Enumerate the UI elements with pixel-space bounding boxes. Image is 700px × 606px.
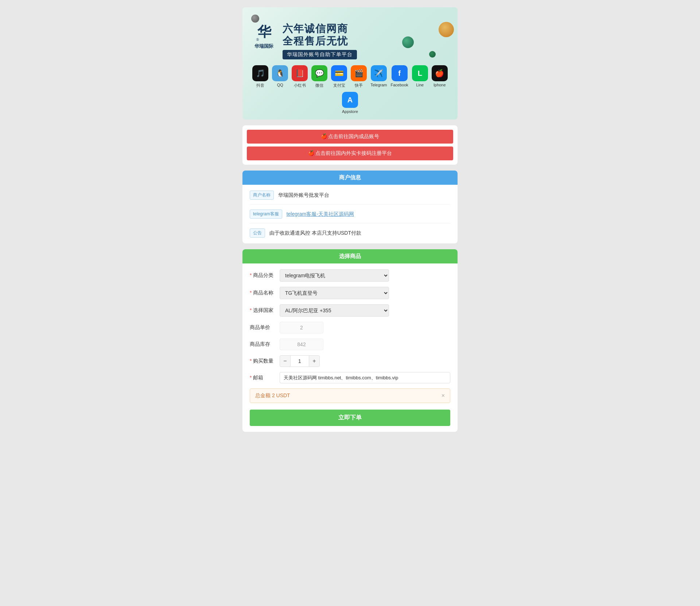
merchant-row-value-0: 华瑞国外账号批发平台 xyxy=(278,192,329,199)
app-icon-item-qq[interactable]: 🐧QQ xyxy=(272,65,288,88)
app-icon-label-douyin: 抖音 xyxy=(256,83,264,88)
name-label: 商品名称 xyxy=(250,290,275,296)
app-icon-label-alipay: 支付宝 xyxy=(333,83,345,88)
app-icon-item-appstore[interactable]: AAppstore xyxy=(342,92,358,114)
email-row: 邮箱 xyxy=(250,372,450,383)
stock-row: 商品库存 xyxy=(250,339,450,350)
name-row: 商品名称 TG飞机直登号TG会员号TG老号 xyxy=(250,287,450,299)
app-icon-item-xiaohongshu[interactable]: 📕小红书 xyxy=(292,65,308,88)
merchant-body: 商户名称华瑞国外账号批发平台telegram客服telegram客服-天美社区源… xyxy=(242,185,458,243)
merchant-section: 商户信息 商户名称华瑞国外账号批发平台telegram客服telegram客服-… xyxy=(242,171,458,243)
merchant-row-label-0: 商户名称 xyxy=(250,191,274,200)
app-icon-circle-qq: 🐧 xyxy=(272,65,288,81)
banner-top: 华 ⑤ 华瑞国际 六年诚信网商 全程售后无忧 华瑞国外账号自助下单平台 xyxy=(251,23,449,59)
country-row: 选择国家 AL/阿尔巴尼亚 +355CN/中国 +86US/美国 +1 xyxy=(250,304,450,317)
quantity-input[interactable] xyxy=(291,355,309,367)
app-icon-circle-iphone: 🍎 xyxy=(432,65,448,81)
stock-input xyxy=(280,339,323,350)
svg-text:华: 华 xyxy=(257,24,272,39)
app-icon-label-appstore: Appstore xyxy=(342,109,358,114)
planet-green-icon xyxy=(402,36,414,48)
email-label: 邮箱 xyxy=(250,375,275,381)
app-icon-item-kuaishou[interactable]: 🎬快手 xyxy=(351,65,367,88)
app-icon-circle-kuaishou: 🎬 xyxy=(351,65,367,81)
main-container: 华 ⑤ 华瑞国际 六年诚信网商 全程售后无忧 华瑞国外账号自助下单平台 🎵抖音🐧… xyxy=(242,7,458,432)
svg-text:⑤: ⑤ xyxy=(256,38,259,42)
logo-text: 华瑞国际 xyxy=(254,43,273,50)
order-section-header: 选择商品 xyxy=(242,249,458,263)
app-icon-label-facebook: Facebook xyxy=(390,83,408,87)
unit-price-row: 商品单价 xyxy=(250,322,450,333)
merchant-row-value-2: 由于收款通道风控 本店只支持USDT付款 xyxy=(269,230,361,236)
notification-bar-0[interactable]: 🍎 点击前往国内成品账号 xyxy=(247,130,453,144)
logo-icon: 华 ⑤ xyxy=(254,23,273,42)
app-icon-label-iphone: Iphone xyxy=(433,83,446,87)
unit-price-label: 商品单价 xyxy=(250,324,275,331)
merchant-row-0: 商户名称华瑞国外账号批发平台 xyxy=(250,191,450,204)
quantity-decrease-button[interactable]: − xyxy=(280,355,291,367)
app-icon-item-facebook[interactable]: fFacebook xyxy=(390,65,408,88)
planet-saturn-icon xyxy=(439,22,454,37)
app-icon-circle-wechat: 💬 xyxy=(311,65,327,81)
app-icon-circle-xiaohongshu: 📕 xyxy=(292,65,308,81)
app-icon-circle-telegram: ✈️ xyxy=(371,65,387,81)
app-icon-item-wechat[interactable]: 💬微信 xyxy=(311,65,327,88)
banner-headline-text: 六年诚信网商 全程售后无忧 xyxy=(283,23,449,47)
merchant-row-label-1: telegram客服 xyxy=(250,210,282,219)
quantity-label: 购买数量 xyxy=(250,358,275,364)
total-label: 总金额 2 USDT xyxy=(255,392,290,399)
order-section: 选择商品 商品分类 telegram电报飞机微信QQFacebookLine 商… xyxy=(242,249,458,432)
unit-price-input xyxy=(280,322,323,333)
app-icon-item-douyin[interactable]: 🎵抖音 xyxy=(252,65,268,88)
app-icon-circle-appstore: A xyxy=(342,92,358,108)
banner-headline: 六年诚信网商 全程售后无忧 华瑞国外账号自助下单平台 xyxy=(283,23,449,59)
email-input[interactable] xyxy=(280,372,450,383)
notification-bar-1[interactable]: 🍎 点击前往国内外实卡接码注册平台 xyxy=(247,146,453,160)
app-icon-label-kuaishou: 快手 xyxy=(355,83,363,88)
app-icon-label-xiaohongshu: 小红书 xyxy=(294,83,306,88)
app-icon-circle-alipay: 💳 xyxy=(331,65,347,81)
total-close-button[interactable]: × xyxy=(442,392,445,399)
banner-subtitle: 华瑞国外账号自助下单平台 xyxy=(283,50,357,59)
app-icon-label-wechat: 微信 xyxy=(315,83,323,88)
app-icon-circle-douyin: 🎵 xyxy=(252,65,268,81)
merchant-row-1: telegram客服telegram客服-天美社区源码网 xyxy=(250,210,450,223)
planet-small-icon xyxy=(251,15,259,23)
category-select[interactable]: telegram电报飞机微信QQFacebookLine xyxy=(280,269,389,282)
app-icon-item-iphone[interactable]: 🍎Iphone xyxy=(432,65,448,88)
notification-section: 🍎 点击前往国内成品账号🍎 点击前往国内外实卡接码注册平台 xyxy=(242,125,458,165)
app-icons-row: 🎵抖音🐧QQ📕小红书💬微信💳支付宝🎬快手✈️TelegramfFacebookL… xyxy=(251,65,449,114)
quantity-row: 购买数量 − + xyxy=(250,355,450,367)
merchant-section-header: 商户信息 xyxy=(242,171,458,185)
country-label: 选择国家 xyxy=(250,307,275,314)
stock-label: 商品库存 xyxy=(250,341,275,348)
app-icon-item-line[interactable]: LLine xyxy=(412,65,428,88)
category-row: 商品分类 telegram电报飞机微信QQFacebookLine xyxy=(250,269,450,282)
planet-dark-green-icon xyxy=(429,51,436,58)
app-icon-circle-line: L xyxy=(412,65,428,81)
country-select[interactable]: AL/阿尔巴尼亚 +355CN/中国 +86US/美国 +1 xyxy=(280,304,389,317)
order-body: 商品分类 telegram电报飞机微信QQFacebookLine 商品名称 T… xyxy=(242,269,458,426)
total-box: 总金额 2 USDT × xyxy=(250,388,450,403)
app-icon-label-qq: QQ xyxy=(277,83,283,87)
name-select[interactable]: TG飞机直登号TG会员号TG老号 xyxy=(280,287,389,299)
app-icon-item-alipay[interactable]: 💳支付宝 xyxy=(331,65,347,88)
merchant-row-2: 公告由于收款通道风控 本店只支持USDT付款 xyxy=(250,228,450,238)
banner-section: 华 ⑤ 华瑞国际 六年诚信网商 全程售后无忧 华瑞国外账号自助下单平台 🎵抖音🐧… xyxy=(242,7,458,120)
merchant-row-label-2: 公告 xyxy=(250,228,265,238)
logo-area: 华 ⑤ 华瑞国际 xyxy=(251,23,277,50)
app-icon-item-telegram[interactable]: ✈️Telegram xyxy=(370,65,387,88)
app-icon-label-line: Line xyxy=(416,83,424,87)
quantity-control: − + xyxy=(280,355,320,367)
app-icon-label-telegram: Telegram xyxy=(370,83,387,87)
category-label: 商品分类 xyxy=(250,272,275,279)
quantity-increase-button[interactable]: + xyxy=(309,355,320,367)
merchant-row-value-1[interactable]: telegram客服-天美社区源码网 xyxy=(287,211,354,218)
submit-order-button[interactable]: 立即下单 xyxy=(250,410,450,426)
app-icon-circle-facebook: f xyxy=(392,65,408,81)
